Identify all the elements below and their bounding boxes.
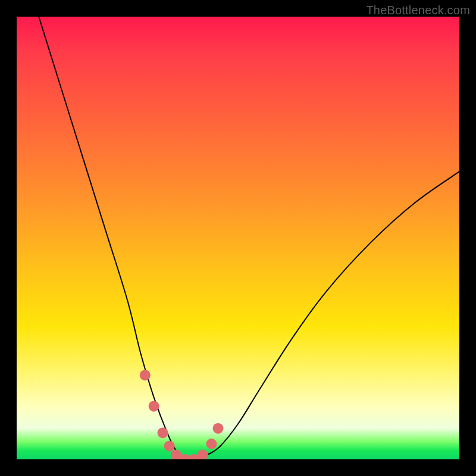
curve-layer [17,17,459,459]
highlight-dots [140,370,224,459]
watermark-text: TheBottleneck.com [366,4,470,17]
highlight-dot [140,370,151,381]
highlight-dot [164,441,175,452]
plot-area [17,17,459,459]
highlight-dot [198,450,208,459]
highlight-dot [149,401,159,412]
highlight-dot [158,427,168,438]
bottleneck-curve-path [39,17,459,459]
chart-frame: TheBottleneck.com [0,0,476,476]
highlight-dot [213,423,224,434]
highlight-dot [206,439,217,449]
